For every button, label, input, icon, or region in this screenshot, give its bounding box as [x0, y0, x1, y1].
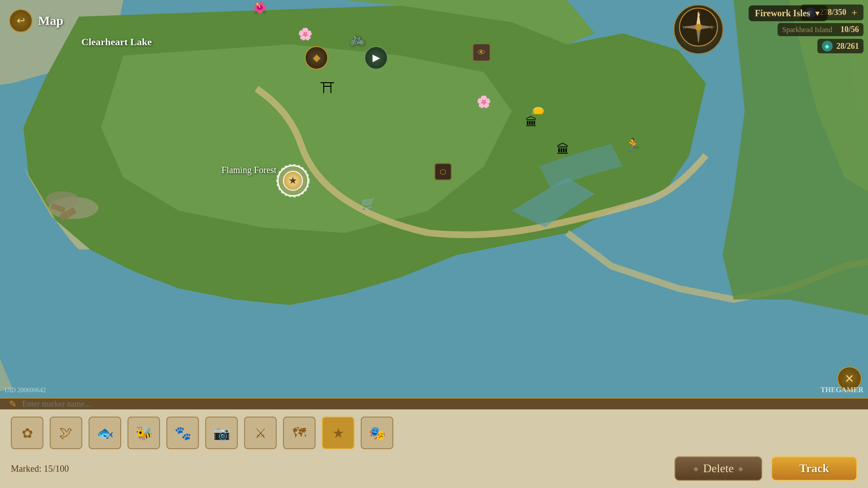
star-marker[interactable]: ★ — [322, 417, 354, 449]
jellyfish-marker-2[interactable]: 🌸 — [476, 95, 491, 109]
building-marker-2[interactable]: 🏛 — [557, 142, 569, 157]
camera-marker[interactable]: 📷 — [205, 417, 238, 449]
svg-point-2 — [46, 191, 79, 208]
sub-region-count: 10/56 — [840, 25, 859, 34]
player-marker: ★ — [277, 165, 309, 197]
compass-rose: N S E W — [678, 7, 719, 52]
paw-marker[interactable]: 🐾 — [166, 417, 199, 449]
mask-marker[interactable]: 🎭 — [361, 417, 393, 449]
sword-marker[interactable]: ⚔ — [244, 417, 277, 449]
edit-icon: ✎ — [9, 399, 17, 409]
temple-marker[interactable]: ⛩ — [321, 80, 335, 97]
svg-point-16 — [695, 23, 702, 31]
npc-marker[interactable]: 🏃 — [625, 137, 641, 152]
bottom-action-row: Marked: 15/100 Delete Track — [0, 456, 868, 488]
svg-text:E: E — [711, 25, 713, 30]
jellyfish-marker-1[interactable]: 🌸 — [298, 27, 312, 41]
compass: N S E W — [674, 5, 723, 54]
building-marker-1[interactable]: 🏛 — [525, 115, 537, 129]
uid-display: UID 200600642 — [5, 387, 46, 394]
region-selector[interactable]: Firework Isles ▼ — [749, 5, 827, 21]
bottom-panel: ✎ ✿🕊🐟🐝🐾📷⚔🗺★🎭 Marked: 15/100 Delete Track — [0, 398, 868, 488]
resource-plus-button[interactable]: ＋ — [850, 6, 859, 19]
svg-text:S: S — [697, 37, 700, 42]
marked-counter: Marked: 15/100 — [11, 464, 69, 474]
delete-button[interactable]: Delete — [675, 456, 762, 481]
fish-marker[interactable]: 🐟 — [89, 417, 121, 449]
icon-toolbar: ✿🕊🐟🐝🐾📷⚔🗺★🎭 — [0, 409, 868, 456]
map-title: Map — [38, 14, 63, 28]
svg-text:W: W — [683, 25, 687, 30]
flower-marker[interactable]: ✿ — [11, 417, 43, 449]
bird-marker[interactable]: 🕊 — [50, 417, 82, 449]
track-button[interactable]: Track — [771, 456, 857, 481]
marker-input-area: ✎ — [0, 399, 868, 409]
chest-marker[interactable]: 👁 — [472, 43, 491, 61]
sub-region-label: Sparkhead Island — [782, 26, 832, 34]
resource-count-3: 28/261 — [836, 42, 859, 51]
back-button[interactable]: ↩ — [9, 9, 33, 33]
nav-arrow-marker[interactable]: ▶ — [364, 46, 388, 70]
svg-text:N: N — [697, 12, 701, 17]
player-icon: ★ — [283, 171, 303, 191]
map-marker-icon[interactable]: 🗺 — [283, 417, 316, 449]
resource-icon-teal: ◈ — [822, 41, 833, 52]
cart-marker[interactable]: 🛒 — [361, 197, 376, 211]
resource-row-3: ◈ 28/261 — [817, 39, 863, 53]
nav-marker-diamond[interactable]: ◆ — [305, 46, 328, 70]
region-name: Firework Isles — [755, 8, 810, 19]
region-dropdown-arrow: ▼ — [814, 9, 821, 18]
bag-marker[interactable]: 👝 — [531, 102, 545, 115]
action-buttons: Delete Track — [675, 456, 857, 481]
bee-marker[interactable]: 🐝 — [127, 417, 160, 449]
purple-marker-top[interactable]: 🌺 — [253, 2, 267, 14]
marker-name-input[interactable] — [22, 399, 203, 409]
bicycle-marker[interactable]: 🚲 — [349, 31, 365, 46]
watermark: THEGAMER — [821, 386, 863, 394]
hexagon-marker[interactable]: ⬡ — [434, 163, 452, 180]
resource-row-sub: Sparkhead Island 10/56 — [778, 23, 863, 36]
header: ↩ Map — [9, 9, 63, 33]
